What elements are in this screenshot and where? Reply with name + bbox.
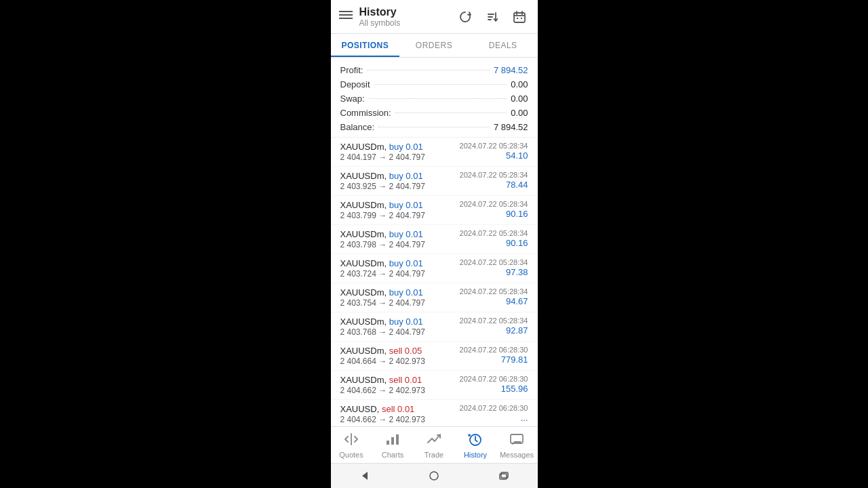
refresh-icon[interactable] (455, 7, 475, 27)
trade-item[interactable]: XAUUSDm, sell 0.05 2 404.664 → 2 402.973… (331, 342, 538, 371)
trade-item[interactable]: XAUUSDm, buy 0.01 2 403.799 → 2 404.797 … (331, 196, 538, 225)
trade-item[interactable]: XAUUSDm, buy 0.01 2 404.197 → 2 404.797 … (331, 138, 538, 167)
trade-item[interactable]: XAUUSD, sell 0.01 2 404.662 → 2 402.973 … (331, 400, 538, 426)
trade-item[interactable]: XAUUSDm, buy 0.01 2 403.724 → 2 404.797 … (331, 254, 538, 283)
nav-messages-label: Messages (500, 451, 534, 459)
trade-left: XAUUSDm, buy 0.01 2 403.754 → 2 404.797 (340, 287, 460, 308)
trade-symbol: XAUUSDm, buy 0.01 (340, 200, 460, 210)
trade-prices: 2 404.197 → 2 404.797 (340, 152, 460, 162)
trade-left: XAUUSDm, buy 0.01 2 403.768 → 2 404.797 (340, 317, 460, 337)
trade-symbol: XAUUSDm, buy 0.01 (340, 287, 460, 298)
android-nav-bar (331, 463, 538, 488)
nav-history-label: History (464, 451, 487, 459)
trade-item[interactable]: XAUUSDm, buy 0.01 2 403.768 → 2 404.797 … (331, 312, 538, 342)
dotted-line-2 (374, 84, 507, 85)
svg-rect-4 (517, 18, 518, 19)
messages-icon (509, 432, 524, 449)
dotted-line-1 (367, 70, 489, 70)
tab-orders[interactable]: ORDERS (399, 34, 469, 57)
trade-prices: 2 404.662 → 2 402.973 (340, 386, 460, 395)
summary-commission-label: Commission: (340, 108, 391, 118)
trade-date: 2024.07.22 06:28:30 (460, 375, 528, 383)
summary-deposit-value: 0.00 (511, 79, 528, 89)
summary-section: Profit: 7 894.52 Deposit 0.00 Swap: 0.00… (331, 58, 538, 138)
trade-symbol: XAUUSDm, buy 0.01 (340, 317, 460, 327)
summary-commission-row: Commission: 0.00 (340, 106, 528, 120)
trade-date: 2024.07.22 05:28:34 (460, 229, 528, 237)
summary-swap-row: Swap: 0.00 (340, 92, 528, 106)
trade-list: XAUUSDm, buy 0.01 2 404.197 → 2 404.797 … (331, 138, 538, 426)
trade-right: 2024.07.22 05:28:34 92.87 (460, 317, 528, 336)
sort-icon[interactable] (482, 7, 502, 27)
calendar-icon[interactable] (509, 7, 530, 27)
trade-date: 2024.07.22 06:28:30 (460, 346, 528, 354)
trade-prices: 2 403.724 → 2 404.797 (340, 269, 460, 279)
trade-right: 2024.07.22 05:28:34 54.10 (460, 142, 528, 161)
trade-symbol: XAUUSDm, buy 0.01 (340, 142, 460, 152)
trade-symbol: XAUUSD, sell 0.01 (340, 404, 460, 414)
trade-right: 2024.07.22 05:28:34 94.67 (460, 287, 528, 306)
svg-point-12 (430, 472, 438, 480)
summary-deposit-label: Deposit (340, 79, 370, 89)
svg-marker-11 (362, 472, 368, 480)
tabs-bar: POSITIONS ORDERS DEALS (331, 34, 538, 58)
menu-icon[interactable] (339, 8, 353, 25)
android-recent-btn[interactable] (495, 468, 511, 484)
svg-rect-2 (339, 18, 353, 19)
summary-balance-value: 7 894.52 (494, 122, 528, 132)
trade-prices: 2 403.799 → 2 404.797 (340, 211, 460, 220)
svg-rect-1 (339, 14, 353, 16)
page-title: History (359, 5, 455, 18)
trade-date: 2024.07.22 05:28:34 (460, 142, 528, 150)
trade-date: 2024.07.22 05:28:34 (460, 258, 528, 266)
trade-left: XAUUSDm, buy 0.01 2 404.197 → 2 404.797 (340, 142, 460, 162)
header-title-block: History All symbols (359, 5, 455, 28)
tab-positions[interactable]: POSITIONS (331, 34, 400, 57)
trade-item[interactable]: XAUUSDm, buy 0.01 2 403.754 → 2 404.797 … (331, 283, 538, 312)
summary-balance-label: Balance: (340, 122, 375, 132)
dotted-line-5 (378, 127, 490, 127)
nav-charts[interactable]: Charts (372, 430, 414, 462)
trade-symbol: XAUUSDm, sell 0.05 (340, 346, 460, 356)
trade-icon (427, 432, 441, 449)
nav-messages[interactable]: Messages (496, 430, 538, 462)
tab-deals[interactable]: DEALS (469, 34, 538, 57)
svg-rect-8 (396, 434, 399, 445)
main-content: Profit: 7 894.52 Deposit 0.00 Swap: 0.00… (331, 58, 538, 426)
trade-left: XAUUSDm, buy 0.01 2 403.724 → 2 404.797 (340, 258, 460, 279)
trade-date: 2024.07.22 05:28:34 (460, 200, 528, 208)
trade-symbol: XAUUSDm, sell 0.01 (340, 375, 460, 385)
summary-balance-row: Balance: 7 894.52 (340, 120, 528, 134)
trade-item[interactable]: XAUUSDm, buy 0.01 2 403.798 → 2 404.797 … (331, 225, 538, 254)
summary-commission-value: 0.00 (511, 108, 528, 118)
trade-item[interactable]: XAUUSDm, buy 0.01 2 403.925 → 2 404.797 … (331, 167, 538, 196)
svg-rect-7 (391, 437, 394, 445)
trade-left: XAUUSD, sell 0.01 2 404.662 → 2 402.973 (340, 404, 460, 424)
trade-date: 2024.07.22 06:28:30 (460, 404, 528, 412)
trade-profit: ... (460, 413, 528, 423)
android-home-btn[interactable] (426, 468, 442, 484)
svg-rect-5 (521, 18, 522, 19)
nav-trade[interactable]: Trade (414, 430, 455, 462)
nav-quotes[interactable]: Quotes (331, 430, 372, 462)
quotes-icon (344, 432, 359, 449)
trade-profit: 155.96 (460, 384, 528, 394)
trade-prices: 2 403.798 → 2 404.797 (340, 240, 460, 249)
trade-profit: 54.10 (460, 150, 528, 161)
trade-date: 2024.07.22 05:28:34 (460, 317, 528, 325)
android-back-btn[interactable] (357, 468, 373, 484)
svg-rect-0 (339, 11, 353, 12)
trade-symbol: XAUUSDm, buy 0.01 (340, 171, 460, 181)
bottom-nav: Quotes Charts Trade (331, 426, 538, 463)
trade-profit: 94.67 (460, 296, 528, 306)
trade-profit: 92.87 (460, 325, 528, 336)
trade-right: 2024.07.22 05:28:34 97.38 (460, 258, 528, 277)
summary-profit-row: Profit: 7 894.52 (340, 63, 528, 77)
trade-right: 2024.07.22 06:28:30 779.81 (460, 346, 528, 365)
history-icon (468, 432, 483, 449)
trade-profit: 779.81 (460, 354, 528, 365)
trade-item[interactable]: XAUUSDm, sell 0.01 2 404.662 → 2 402.973… (331, 371, 538, 400)
nav-history[interactable]: History (455, 430, 496, 462)
trade-prices: 2 403.925 → 2 404.797 (340, 182, 460, 191)
summary-deposit-row: Deposit 0.00 (340, 77, 528, 92)
